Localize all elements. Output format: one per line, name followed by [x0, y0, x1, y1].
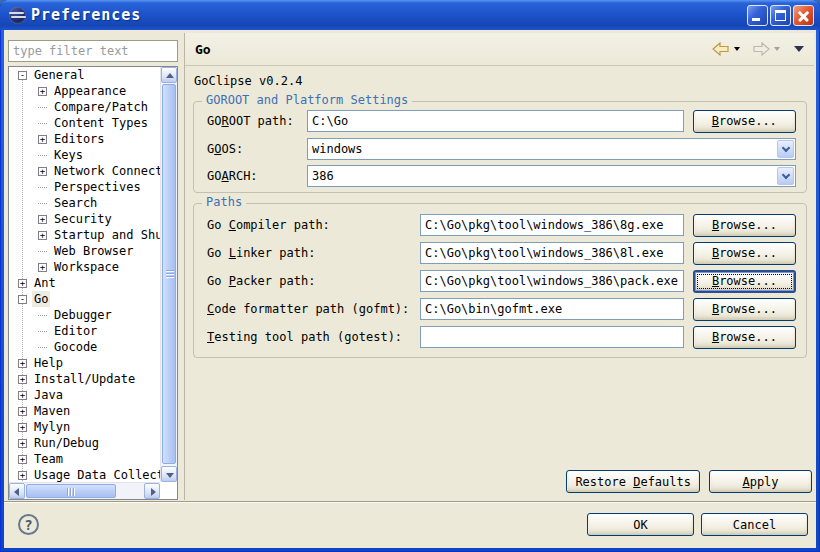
tree-item-search[interactable]: Search: [9, 195, 160, 211]
expand-icon[interactable]: +: [18, 455, 27, 464]
tree-item-label: Search: [52, 195, 99, 211]
maximize-button[interactable]: [770, 5, 791, 26]
tree-item-run-debug[interactable]: +Run/Debug: [9, 435, 160, 451]
tree-item-label: Java: [32, 387, 65, 403]
goroot-path-input[interactable]: [307, 110, 684, 132]
expand-icon[interactable]: +: [18, 279, 27, 288]
tree-item-editors[interactable]: +Editors: [9, 131, 160, 147]
tree-item-install-update[interactable]: +Install/Update: [9, 371, 160, 387]
chevron-down-icon[interactable]: [777, 140, 794, 158]
tree-item-label: General: [32, 67, 87, 83]
scroll-down-button[interactable]: [161, 466, 177, 482]
tree-item-java[interactable]: +Java: [9, 387, 160, 403]
collapse-icon[interactable]: -: [18, 71, 27, 80]
compiler-browse-button[interactable]: Browse...: [693, 214, 796, 237]
scroll-up-button[interactable]: [161, 67, 177, 83]
tree-item-label: Content Types: [52, 115, 150, 131]
forward-icon[interactable]: [752, 42, 770, 56]
minimize-button[interactable]: [747, 5, 768, 26]
group-title: Paths: [202, 195, 246, 209]
tree-item-network-connect[interactable]: +Network Connect: [9, 163, 160, 179]
expand-icon[interactable]: +: [18, 407, 27, 416]
apply-button[interactable]: Apply: [709, 470, 812, 493]
expand-icon[interactable]: +: [18, 423, 27, 432]
tree-item-mylyn[interactable]: +Mylyn: [9, 419, 160, 435]
group-title: GOROOT and Platform Settings: [202, 93, 412, 107]
tree-item-editor[interactable]: Editor: [9, 323, 160, 339]
expand-icon[interactable]: +: [18, 375, 27, 384]
tree-item-label: Editors: [52, 131, 107, 147]
back-history-dropdown-icon[interactable]: [734, 47, 740, 51]
tree-item-debugger[interactable]: Debugger: [9, 307, 160, 323]
tree-item-maven[interactable]: +Maven: [9, 403, 160, 419]
expand-icon[interactable]: +: [38, 135, 47, 144]
view-menu-icon[interactable]: [794, 46, 804, 52]
footer-bar: ? OK Cancel: [4, 503, 816, 548]
help-icon[interactable]: ?: [18, 514, 39, 535]
code-formatter-path-input[interactable]: [420, 298, 684, 320]
title-bar[interactable]: Preferences: [0, 0, 820, 30]
expand-icon[interactable]: +: [38, 231, 47, 240]
collapse-icon[interactable]: -: [18, 295, 27, 304]
tree-item-web-browser[interactable]: Web Browser: [9, 243, 160, 259]
forward-history-dropdown-icon[interactable]: [774, 47, 780, 51]
tree-item-label: Go: [32, 291, 50, 307]
tree-item-ant[interactable]: +Ant: [9, 275, 160, 291]
tree-item-team[interactable]: +Team: [9, 451, 160, 467]
formatter-browse-button[interactable]: Browse...: [693, 298, 796, 321]
testing-tool-path-input[interactable]: [420, 326, 684, 348]
tree-item-security[interactable]: +Security: [9, 211, 160, 227]
tree-item-workspace[interactable]: +Workspace: [9, 259, 160, 275]
tree-item-perspectives[interactable]: Perspectives: [9, 179, 160, 195]
tree-item-startup-and-shu[interactable]: +Startup and Shu: [9, 227, 160, 243]
expand-icon[interactable]: +: [18, 359, 27, 368]
vertical-scroll-thumb[interactable]: [162, 84, 176, 464]
go-packer-path-input[interactable]: [420, 270, 684, 292]
tree-item-help[interactable]: +Help: [9, 355, 160, 371]
expand-icon[interactable]: +: [38, 87, 47, 96]
goroot-settings-group: GOROOT and Platform Settings GOROOT path…: [193, 101, 807, 193]
tree-vertical-scrollbar[interactable]: [160, 67, 177, 482]
cancel-button[interactable]: Cancel: [701, 513, 808, 536]
restore-defaults-button[interactable]: Restore Defaults: [566, 470, 700, 493]
tree-item-general[interactable]: -General: [9, 67, 160, 83]
expand-icon[interactable]: +: [38, 215, 47, 224]
filter-input[interactable]: [8, 40, 178, 62]
tree-horizontal-scrollbar[interactable]: [9, 482, 160, 499]
expand-icon[interactable]: +: [38, 263, 47, 272]
expand-icon[interactable]: +: [18, 439, 27, 448]
close-button[interactable]: [793, 5, 814, 26]
horizontal-scroll-thumb[interactable]: [26, 484, 116, 498]
expand-icon[interactable]: +: [38, 167, 47, 176]
tree-item-label: Gocode: [52, 339, 99, 355]
testing-browse-button[interactable]: Browse...: [693, 326, 796, 349]
goarch-select[interactable]: 386: [307, 165, 796, 187]
tree-item-label: Keys: [52, 147, 85, 163]
goroot-browse-button[interactable]: Browse...: [693, 110, 796, 133]
scroll-right-button[interactable]: [144, 483, 160, 499]
tree-item-keys[interactable]: Keys: [9, 147, 160, 163]
tree-item-appearance[interactable]: +Appearance: [9, 83, 160, 99]
tree-item-label: Run/Debug: [32, 435, 101, 451]
expand-icon[interactable]: +: [18, 471, 27, 480]
linker-browse-button[interactable]: Browse...: [693, 242, 796, 265]
goos-select[interactable]: windows: [307, 138, 796, 160]
tree-item-compare-patch[interactable]: Compare/Patch: [9, 99, 160, 115]
tree-item-usage-data-collect[interactable]: +Usage Data Collect: [9, 467, 160, 482]
back-icon[interactable]: [712, 42, 730, 56]
packer-browse-button[interactable]: Browse...: [693, 270, 796, 293]
go-compiler-path-input[interactable]: [420, 214, 684, 236]
eclipse-logo-icon: [9, 7, 26, 24]
tree-connector: [38, 187, 47, 188]
tree-connector: [38, 107, 47, 108]
chevron-down-icon[interactable]: [777, 167, 794, 185]
tree-item-gocode[interactable]: Gocode: [9, 339, 160, 355]
tree-item-content-types[interactable]: Content Types: [9, 115, 160, 131]
tree-item-go[interactable]: -Go: [9, 291, 160, 307]
ok-button[interactable]: OK: [587, 513, 694, 536]
scroll-left-button[interactable]: [9, 483, 25, 499]
go-linker-path-input[interactable]: [420, 242, 684, 264]
preferences-tree: -General+AppearanceCompare/PatchContent …: [9, 67, 160, 482]
goroot-path-row: GOROOT path: Browse...: [207, 110, 796, 132]
expand-icon[interactable]: +: [18, 391, 27, 400]
